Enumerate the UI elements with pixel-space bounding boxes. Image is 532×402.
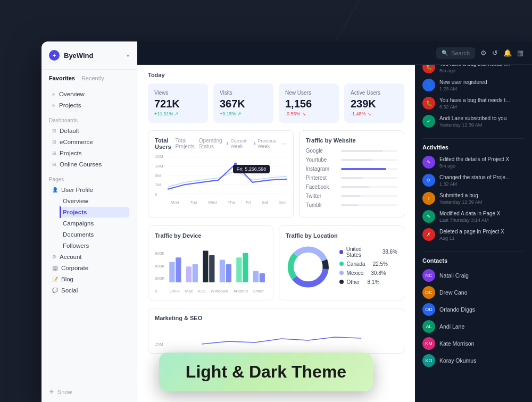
legend-dot-current	[227, 142, 229, 145]
sidebar-item-label: eCommerce	[60, 139, 93, 145]
tab-recently[interactable]: Recently	[81, 75, 104, 81]
legend-item-other: Other 8.1%	[339, 279, 397, 285]
sidebar-item-overview[interactable]: Overview	[49, 89, 129, 99]
contact-item-1[interactable]: DC Drew Cano	[422, 286, 525, 299]
chart-title-marketing: Marketing & SEO	[155, 315, 202, 321]
notif-time-2: 6:32 AM	[439, 104, 510, 110]
activity-avatar-0: ✎	[422, 156, 435, 169]
stat-value-visits: 367K	[220, 98, 267, 110]
layout-icon[interactable]: ▦	[517, 49, 523, 57]
contact-item-5[interactable]: KO Koray Okumus	[422, 354, 525, 367]
sidebar-tabs: Favorites Recently	[41, 70, 137, 85]
today-label: Today	[148, 72, 404, 78]
sidebar-item-projects-dash[interactable]: ⊞ Projects	[49, 148, 129, 158]
traffic-row-twitter: Twitter	[306, 193, 397, 199]
contact-item-3[interactable]: AL Andi Lane	[422, 320, 525, 333]
legend-item-canada: Canada 22.5%	[339, 261, 397, 267]
sidebar-subitem-overview[interactable]: Overview	[60, 196, 129, 206]
legend-label-mexico: Mexico	[347, 270, 364, 276]
legend-value-canada: 22.5%	[373, 261, 388, 267]
contact-name-2: Orlando Diggs	[439, 306, 475, 313]
activity-avatar-3: ✎	[422, 210, 435, 223]
legend-item-us: United States 38.6%	[339, 246, 397, 258]
sidebar-section-favorites: Overview Projects	[41, 85, 137, 113]
tab-operating-status[interactable]: Operating Status	[199, 138, 222, 149]
x-label-android: Android	[233, 289, 248, 294]
x-label-wed: Wed	[208, 200, 217, 205]
notif-time-3: Yesterday 12:39 AM	[439, 122, 506, 128]
contact-item-4[interactable]: KM Kate Morrison	[422, 337, 525, 350]
contact-item-0[interactable]: NC Natali Craig	[422, 269, 525, 282]
notif-content-2: You have a bug that needs t... 6:32 AM	[439, 97, 510, 110]
sidebar-item-ecommerce[interactable]: ⊞ eCommerce	[49, 137, 129, 147]
traffic-row-tumblr: Tumblr	[306, 202, 397, 208]
sidebar-item-label: Social	[61, 287, 78, 294]
activity-text-3: Modified A data in Page X	[439, 210, 501, 217]
activity-content-3: Modified A data in Page X Last Thursday …	[439, 210, 501, 223]
panel-divider-2	[422, 252, 525, 252]
sidebar-section-pages: Pages 👤 User Profile Overview Projects C…	[41, 172, 137, 298]
svg-rect-16	[253, 271, 258, 282]
stat-label-views: Views	[154, 90, 202, 96]
sidebar-item-corporate[interactable]: 🏢 Corporate	[49, 263, 129, 273]
grid-icon: ⊞	[52, 150, 56, 156]
stat-label-new-users: New Users	[285, 90, 332, 96]
sidebar-item-online-courses[interactable]: ⊞ Online Courses	[49, 159, 129, 170]
sidebar-item-blog[interactable]: 📝 Blog	[49, 274, 129, 284]
more-icon[interactable]: ···	[281, 140, 287, 147]
sidebar-subitem-documents[interactable]: Documents	[60, 229, 129, 240]
contact-item-2[interactable]: OD Orlando Diggs	[422, 303, 525, 316]
traffic-row-youtube: Yourtube	[306, 157, 397, 163]
pages-section-label: Pages	[49, 177, 129, 182]
notif-item-3: ✓ Andi Lane subscribed to you Yesterday …	[422, 115, 525, 128]
sidebar-item-user-profile[interactable]: 👤 User Profile	[49, 185, 129, 195]
legend-item-mexico: Mexico 30.8%	[339, 270, 397, 276]
snowflake-icon: ✳	[49, 388, 54, 396]
search-bar[interactable]: 🔍 Search	[436, 47, 475, 59]
traffic-label: Yourtube	[306, 157, 338, 163]
stat-label-active-users: Active Users	[351, 90, 398, 96]
sidebar-item-social[interactable]: 💬 Social	[49, 285, 129, 296]
contact-name-5: Koray Okumus	[439, 357, 476, 364]
stat-value-views: 721K	[154, 98, 202, 110]
notif-item-2: 🐛 You have a bug that needs t... 6:32 AM	[422, 97, 525, 110]
search-icon: 🔍	[442, 50, 448, 56]
settings-icon[interactable]: ⚙	[480, 49, 487, 57]
sidebar-item-label: Campaigns	[63, 220, 94, 227]
bell-icon[interactable]: 🔔	[503, 49, 512, 57]
sidebar-subitem-followers[interactable]: Followers	[60, 240, 129, 251]
sidebar-subitem-campaigns[interactable]: Campaigns	[60, 218, 129, 229]
traffic-label: Facebook	[306, 184, 338, 190]
x-label-mac: Mac	[185, 289, 193, 294]
sidebar-footer[interactable]: ✳ Snow	[41, 382, 137, 402]
top-header: 🔍 Search ⚙ ↺ 🔔 ▦	[137, 41, 532, 65]
activity-text-1: Changed the status of Proje...	[439, 174, 510, 181]
grid-icon: ⊞	[52, 128, 56, 133]
account-icon: ⚙	[52, 254, 56, 259]
sidebar-item-projects-fav[interactable]: Projects	[49, 100, 129, 111]
sidebar-item-account[interactable]: ⚙ Account	[49, 252, 129, 262]
history-icon[interactable]: ↺	[492, 49, 498, 57]
sidebar-subitem-projects[interactable]: Projects	[60, 207, 129, 217]
sidebar-logo[interactable]: ✦ ByeWind ▾	[41, 41, 137, 70]
theme-label: Light & Dark Theme	[159, 353, 373, 391]
charts-row-1: Total Users Total Projects Operating Sta…	[148, 130, 404, 218]
contact-name-1: Drew Cano	[439, 289, 468, 296]
legend-dot-mexico	[339, 271, 344, 275]
contact-avatar-2: OD	[422, 303, 435, 316]
activity-time-4: Aug 11	[439, 236, 504, 241]
line-chart-svg	[168, 154, 287, 197]
notif-item-1: 👤 New user registered 1:23 AM	[422, 79, 525, 91]
traffic-bar-bg	[341, 150, 397, 152]
traffic-row-google: Google	[306, 148, 397, 154]
y-axis: 15M10M5M1M0	[155, 154, 163, 197]
sidebar-item-default[interactable]: ⊞ Default	[49, 125, 129, 136]
tab-total-projects[interactable]: Total Projects	[176, 138, 195, 149]
chart-title-traffic: Traffic by Website	[306, 137, 356, 144]
tab-favorites[interactable]: Favorites	[49, 75, 75, 81]
traffic-device-chart: Traffic by Device 900K600K300K0	[148, 225, 273, 300]
traffic-bar	[341, 195, 361, 197]
sidebar-item-label: Followers	[63, 242, 89, 249]
user-profile-children: Overview Projects Campaigns Documents Fo…	[49, 196, 129, 251]
logo-text: ByeWind	[64, 52, 94, 60]
